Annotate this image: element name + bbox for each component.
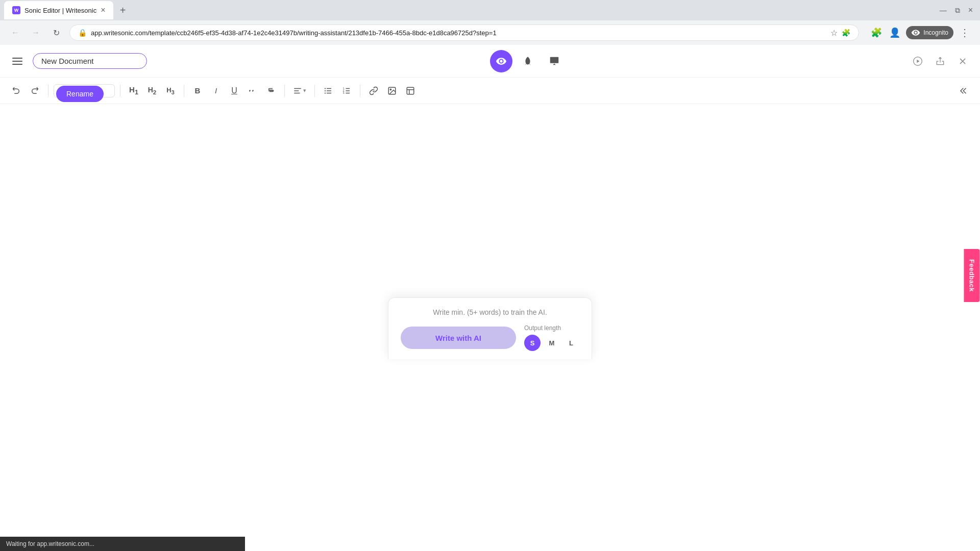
play-icon xyxy=(913,56,923,66)
collapse-icon xyxy=(959,86,968,95)
align-chevron-icon: ▾ xyxy=(303,87,306,94)
incognito-button[interactable]: Incognito xyxy=(906,26,953,39)
status-bar: Waiting for app.writesonic.com... xyxy=(0,537,245,551)
share-icon xyxy=(935,56,945,66)
redo-button[interactable] xyxy=(27,83,43,99)
reload-button[interactable]: ↻ xyxy=(49,26,63,40)
divider-3 xyxy=(184,85,184,97)
hamburger-button[interactable] xyxy=(8,52,27,70)
presentation-icon xyxy=(549,56,560,67)
embed-icon xyxy=(406,86,415,95)
feedback-tab[interactable]: Feedback xyxy=(964,249,980,302)
eye-icon xyxy=(496,56,507,67)
ordered-list-button[interactable]: 1. 2. 3. xyxy=(338,83,355,99)
strikethrough-icon xyxy=(266,86,276,95)
underline-label: U xyxy=(231,86,237,95)
size-large-button[interactable]: L xyxy=(563,335,579,351)
italic-button[interactable]: I xyxy=(208,83,224,99)
svg-point-10 xyxy=(325,90,326,91)
status-text: Waiting for app.writesonic.com... xyxy=(6,540,94,547)
svg-text:3.: 3. xyxy=(343,91,345,94)
window-controls: — ⧉ × xyxy=(937,6,976,15)
embed-button[interactable] xyxy=(402,83,419,99)
browser-actions: 🧩 👤 Incognito ⋮ xyxy=(869,26,972,40)
rename-tooltip[interactable]: Rename xyxy=(56,86,104,102)
format-toolbar: Normal ▾ H1 H2 H3 B I U xyxy=(0,78,980,104)
link-button[interactable] xyxy=(365,83,382,99)
bottom-actions: Write with AI Output length S M L xyxy=(401,324,579,351)
browser-chrome: W Sonic Editor | Writesonic × + — ⧉ × ← … xyxy=(0,0,980,45)
lock-icon: 🔒 xyxy=(78,29,87,37)
extensions-button[interactable]: 🧩 xyxy=(869,26,884,40)
image-icon xyxy=(387,86,397,95)
divider-2 xyxy=(120,85,120,97)
play-button[interactable] xyxy=(909,52,927,70)
divider-6 xyxy=(360,85,360,97)
hamburger-icon xyxy=(12,56,22,66)
bullet-list-button[interactable] xyxy=(320,83,336,99)
preview-button[interactable] xyxy=(490,50,512,72)
minimize-button[interactable]: — xyxy=(937,6,950,14)
svg-point-9 xyxy=(325,88,326,89)
document-title-input[interactable] xyxy=(33,53,147,69)
image-button[interactable] xyxy=(384,83,400,99)
svg-marker-4 xyxy=(917,59,919,63)
underline-button[interactable]: U xyxy=(226,83,242,99)
svg-rect-0 xyxy=(12,58,22,59)
menu-button[interactable]: ⋮ xyxy=(958,26,972,40)
output-length-label: Output length xyxy=(524,324,579,332)
h2-label: H2 xyxy=(148,86,157,95)
new-tab-button[interactable]: + xyxy=(115,3,130,17)
close-button[interactable] xyxy=(953,52,972,70)
tab-title-text: Sonic Editor | Writesonic xyxy=(24,7,96,14)
maximize-button[interactable]: ⧉ xyxy=(952,6,963,15)
app-content: Rename xyxy=(0,45,980,359)
size-small-button[interactable]: S xyxy=(524,335,541,351)
size-buttons: S M L xyxy=(524,335,579,351)
address-bar: ← → ↻ 🔒 app.writesonic.com/template/ccb2… xyxy=(0,20,980,45)
output-length-section: Output length S M L xyxy=(524,324,579,351)
share-button[interactable] xyxy=(931,52,949,70)
tab-close-button[interactable]: × xyxy=(101,6,105,14)
redo-icon xyxy=(30,86,39,95)
incognito-label: Incognito xyxy=(923,29,948,36)
forward-button[interactable]: → xyxy=(29,26,43,40)
profile-button[interactable]: 👤 xyxy=(888,26,902,40)
close-window-button[interactable]: × xyxy=(965,6,976,15)
svg-point-22 xyxy=(390,89,391,90)
h1-label: H1 xyxy=(129,85,138,96)
bullet-list-icon xyxy=(324,86,333,95)
align-dropdown[interactable]: ▾ xyxy=(290,84,309,97)
tab-bar: W Sonic Editor | Writesonic × + — ⧉ × xyxy=(0,0,980,20)
topbar-center-actions xyxy=(153,50,902,72)
bold-label: B xyxy=(195,86,201,95)
bottom-panel: Write min. (5+ words) to train the AI. W… xyxy=(388,297,592,359)
close-icon xyxy=(958,56,968,66)
rocket-button[interactable] xyxy=(517,50,539,72)
write-with-ai-button[interactable]: Write with AI xyxy=(401,327,516,349)
quote-button[interactable] xyxy=(244,83,261,99)
url-bar[interactable]: 🔒 app.writesonic.com/template/ccb246f5-e… xyxy=(69,24,859,41)
quote-icon xyxy=(248,86,257,95)
back-button[interactable]: ← xyxy=(8,26,22,40)
undo-button[interactable] xyxy=(8,83,24,99)
size-medium-button[interactable]: M xyxy=(544,335,560,351)
divider-1 xyxy=(48,85,48,97)
collapse-button[interactable] xyxy=(955,83,972,99)
active-tab[interactable]: W Sonic Editor | Writesonic × xyxy=(4,1,113,19)
extension-icon[interactable]: 🧩 xyxy=(842,29,850,37)
ordered-list-icon: 1. 2. 3. xyxy=(342,86,351,95)
undo-icon xyxy=(12,86,21,95)
bookmark-icon[interactable]: ☆ xyxy=(830,28,838,38)
rocket-icon xyxy=(522,56,533,67)
heading2-button[interactable]: H2 xyxy=(144,83,160,99)
bold-button[interactable]: B xyxy=(189,83,206,99)
collapse-section xyxy=(955,83,972,99)
strikethrough-button[interactable] xyxy=(263,83,279,99)
app-topbar: Rename xyxy=(0,45,980,78)
heading3-button[interactable]: H3 xyxy=(162,83,179,99)
presentation-button[interactable] xyxy=(543,50,566,72)
heading1-button[interactable]: H1 xyxy=(126,83,142,99)
h3-label: H3 xyxy=(166,86,174,95)
bottom-hint-text: Write min. (5+ words) to train the AI. xyxy=(401,308,579,316)
